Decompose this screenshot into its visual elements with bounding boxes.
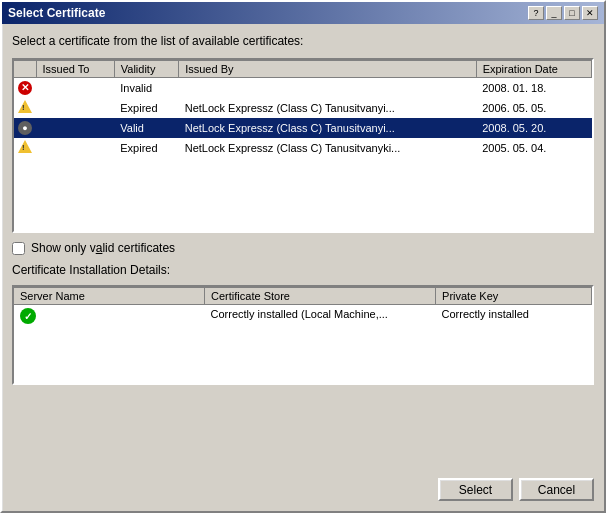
select-button[interactable]: Select <box>438 478 513 501</box>
window-title: Select Certificate <box>8 6 105 20</box>
row-expiration: 2006. 05. 05. <box>476 98 591 118</box>
row-validity: Invalid <box>114 78 178 98</box>
details-table-row: ✓ Correctly installed (Local Machine,...… <box>14 305 592 328</box>
row-validity: Expired <box>114 138 178 158</box>
table-row[interactable]: Expired NetLock Expressz (Class C) Tanus… <box>14 138 592 158</box>
row-icon: ● <box>14 118 36 138</box>
row-issued-to <box>36 118 114 138</box>
row-issued-to <box>36 138 114 158</box>
row-issued-to <box>36 78 114 98</box>
row-expiration: 2008. 05. 20. <box>476 118 591 138</box>
row-icon <box>14 98 36 118</box>
details-table: Server Name Certificate Store Private Ke… <box>14 287 592 327</box>
table-row[interactable]: Expired NetLock Expressz (Class C) Tanus… <box>14 98 592 118</box>
details-private-key: Correctly installed <box>436 305 592 328</box>
row-issued-by <box>179 78 476 98</box>
error-icon: ✕ <box>18 81 32 95</box>
valid-icon: ● <box>18 121 32 135</box>
details-col-store: Certificate Store <box>205 288 436 305</box>
checkbox-label: Show only valid certificates <box>31 241 175 255</box>
checkbox-underline: a <box>96 241 103 255</box>
row-validity: Expired <box>114 98 178 118</box>
valid-only-checkbox[interactable] <box>12 242 25 255</box>
col-validity[interactable]: Validity <box>114 61 178 78</box>
row-icon <box>14 138 36 158</box>
description-text: Select a certificate from the list of av… <box>12 34 594 48</box>
details-section-label: Certificate Installation Details: <box>12 263 594 277</box>
certificate-table: Issued To Validity Issued By Expiration … <box>14 60 592 158</box>
close-button[interactable]: ✕ <box>582 6 598 20</box>
row-issued-to <box>36 98 114 118</box>
help-button[interactable]: ? <box>528 6 544 20</box>
col-icon <box>14 61 36 78</box>
minimize-button[interactable]: _ <box>546 6 562 20</box>
table-row-selected[interactable]: ● Valid NetLock Expressz (Class C) Tanus… <box>14 118 592 138</box>
checkbox-row: Show only valid certificates <box>12 241 594 255</box>
row-icon: ✕ <box>14 78 36 98</box>
cancel-button[interactable]: Cancel <box>519 478 594 501</box>
details-col-server: Server Name <box>14 288 205 305</box>
certificate-table-container[interactable]: Issued To Validity Issued By Expiration … <box>12 58 594 233</box>
dialog-window: Select Certificate ? _ □ ✕ Select a cert… <box>0 0 606 513</box>
details-table-container: Server Name Certificate Store Private Ke… <box>12 285 594 385</box>
col-expiration[interactable]: Expiration Date <box>476 61 591 78</box>
col-issued-by[interactable]: Issued By <box>179 61 476 78</box>
row-issued-by: NetLock Expressz (Class C) Tanusitvanyki… <box>179 138 476 158</box>
title-controls: ? _ □ ✕ <box>528 6 598 20</box>
title-bar: Select Certificate ? _ □ ✕ <box>2 2 604 24</box>
window-content: Select a certificate from the list of av… <box>2 24 604 511</box>
col-issued-to[interactable]: Issued To <box>36 61 114 78</box>
certificate-table-scroll[interactable]: Issued To Validity Issued By Expiration … <box>14 60 592 231</box>
row-issued-by: NetLock Expressz (Class C) Tanusitvanyi.… <box>179 98 476 118</box>
row-validity: Valid <box>114 118 178 138</box>
row-expiration: 2008. 01. 18. <box>476 78 591 98</box>
green-check-icon: ✓ <box>20 308 36 324</box>
button-row: Select Cancel <box>12 474 594 501</box>
maximize-button[interactable]: □ <box>564 6 580 20</box>
row-expiration: 2005. 05. 04. <box>476 138 591 158</box>
details-server-name: ✓ <box>14 305 205 328</box>
table-row[interactable]: ✕ Invalid 2008. 01. 18. <box>14 78 592 98</box>
details-cert-store: Correctly installed (Local Machine,... <box>205 305 436 328</box>
details-col-key: Private Key <box>436 288 592 305</box>
row-issued-by: NetLock Expressz (Class C) Tanusitvanyi.… <box>179 118 476 138</box>
warning-icon <box>18 100 32 113</box>
warning-icon <box>18 140 32 153</box>
